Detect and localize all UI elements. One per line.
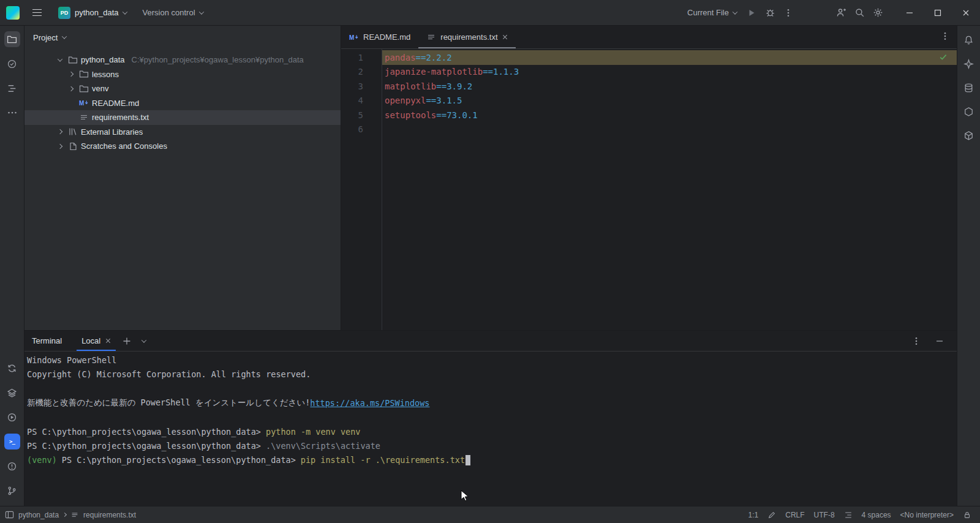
caret-position-widget[interactable]: 1:1 [748, 511, 759, 519]
services-tool-button[interactable] [4, 385, 20, 401]
tab-readme[interactable]: M README.md [341, 26, 418, 48]
close-tab-icon[interactable] [502, 34, 508, 40]
version-control-widget[interactable]: Version control [137, 6, 209, 20]
run-configuration-selector[interactable]: Current File [682, 6, 742, 20]
bell-icon [963, 35, 974, 45]
terminal-tab-bar: Terminal Local [24, 331, 957, 352]
hide-terminal-button[interactable] [932, 334, 947, 348]
terminal-options-button[interactable] [909, 334, 924, 348]
tree-item-label: External Libraries [81, 127, 143, 137]
project-widget[interactable]: PD python_data [53, 4, 132, 21]
chevron-right-icon [69, 72, 74, 77]
pycharm-logo-icon [6, 6, 20, 20]
problems-tool-button[interactable] [4, 458, 20, 474]
chevron-down-icon [62, 34, 67, 39]
commit-icon [7, 59, 17, 69]
inspections-status-widget[interactable] [938, 52, 948, 64]
line-number: 2 [341, 65, 382, 80]
editor-tab-options-button[interactable] [941, 31, 957, 43]
package-name: openpyxl [385, 96, 426, 105]
encoding-widget[interactable]: UTF-8 [814, 511, 835, 519]
gear-icon [873, 7, 883, 18]
maximize-icon [934, 9, 941, 17]
markdown-icon: M [79, 98, 89, 108]
terminal-command: pip install -r .\requirements.txt [301, 455, 465, 465]
tree-item-label: python_data [81, 55, 125, 64]
indent-widget[interactable]: 4 spaces [862, 511, 891, 519]
code-with-me-button[interactable] [832, 4, 850, 22]
main-menu-button[interactable] [28, 4, 45, 21]
tree-item-label: venv [92, 84, 108, 93]
python-console-tool-button[interactable] [4, 360, 20, 376]
close-button[interactable] [952, 0, 980, 26]
tree-item-root[interactable]: python_data C:¥python_projects¥ogawa_les… [24, 53, 341, 67]
terminal-tab-local[interactable]: Local [75, 331, 117, 351]
tree-item-external-libraries[interactable]: External Libraries [24, 125, 341, 140]
tree-item-lessons[interactable]: lessons [24, 67, 341, 82]
code-editor[interactable]: 1 pandas==2.2.2 2 japanize-matplotlib==1… [341, 49, 957, 330]
scratch-file-icon [68, 141, 78, 151]
dependencies-button[interactable] [961, 127, 977, 143]
project-panel-header[interactable]: Project [24, 26, 341, 49]
chevron-down-icon [198, 9, 203, 14]
search-everywhere-button[interactable] [850, 4, 869, 22]
breadcrumb-project[interactable]: python_data [18, 511, 59, 519]
editor-area: M README.md requirements.txt [341, 26, 957, 330]
breadcrumb-file[interactable]: requirements.txt [83, 511, 136, 519]
readonly-toggle[interactable] [963, 511, 971, 519]
terminal-prompt: PS C:\python_projects\ogawa_lesson\pytho… [62, 455, 296, 465]
package-version: ==73.0.1 [436, 110, 477, 120]
debug-button[interactable] [761, 4, 779, 22]
tab-label: README.md [363, 32, 410, 42]
database-icon [963, 83, 974, 93]
terminal-tool-button[interactable]: >_ [4, 434, 20, 450]
tree-item-venv[interactable]: venv [24, 81, 341, 96]
terminal-command: python -m venv venv [266, 427, 360, 437]
git-branch-icon [7, 486, 17, 496]
powershell-update-link[interactable]: https://aka.ms/PSWindows [310, 398, 429, 408]
bug-icon [765, 7, 775, 18]
tree-item-readme[interactable]: M README.md [24, 96, 341, 111]
run-button[interactable] [742, 4, 761, 22]
minimize-button[interactable] [895, 0, 924, 26]
tree-item-requirements[interactable]: requirements.txt [24, 110, 341, 125]
code-line: 6 [341, 122, 957, 137]
line-number: 3 [341, 79, 382, 94]
tool-window-layout-icon [5, 510, 14, 519]
terminal-tab-dropdown-button[interactable] [137, 334, 151, 348]
chevron-right-icon [69, 86, 74, 91]
edit-mode-widget[interactable] [767, 511, 776, 519]
tab-requirements[interactable]: requirements.txt [418, 26, 515, 48]
run-tool-button[interactable] [4, 409, 20, 425]
line-separator-widget[interactable]: CRLF [785, 511, 804, 519]
terminal-output[interactable]: Windows PowerShell Copyright (C) Microso… [24, 352, 957, 505]
terminal-prompt: PS C:\python_projects\ogawa_lesson\pytho… [27, 427, 261, 437]
more-actions-button[interactable] [779, 4, 797, 22]
git-tool-button[interactable] [4, 483, 20, 499]
terminal-icon: >_ [9, 438, 15, 445]
structure-tool-button[interactable] [4, 80, 20, 96]
plus-icon [123, 337, 131, 345]
database-button[interactable] [961, 80, 977, 96]
line-number: 4 [341, 94, 382, 108]
project-tool-button[interactable] [4, 31, 20, 47]
tree-item-scratches[interactable]: Scratches and Consoles [24, 139, 341, 154]
terminal-command: .\venv\Scripts\activate [266, 441, 380, 451]
notifications-button[interactable] [961, 32, 977, 48]
lock-icon [963, 511, 971, 519]
more-tool-windows-button[interactable] [4, 105, 20, 121]
terminal-text: Copyright (C) Microsoft Corporation. All… [27, 369, 311, 379]
ai-assistant-button[interactable] [961, 56, 977, 72]
indent-style-widget[interactable] [844, 511, 853, 519]
close-tab-icon[interactable] [105, 338, 111, 344]
maximize-button[interactable] [924, 0, 952, 26]
build-tool-button[interactable] [961, 103, 977, 119]
settings-button[interactable] [869, 4, 887, 22]
chevron-down-icon [141, 337, 146, 342]
run-config-label: Current File [687, 8, 729, 17]
interpreter-widget[interactable]: <No interpreter> [900, 511, 954, 519]
sparkle-icon [963, 59, 974, 69]
commit-tool-button[interactable] [4, 56, 20, 72]
package-version: ==3.9.2 [436, 81, 472, 91]
new-terminal-tab-button[interactable] [119, 334, 134, 348]
